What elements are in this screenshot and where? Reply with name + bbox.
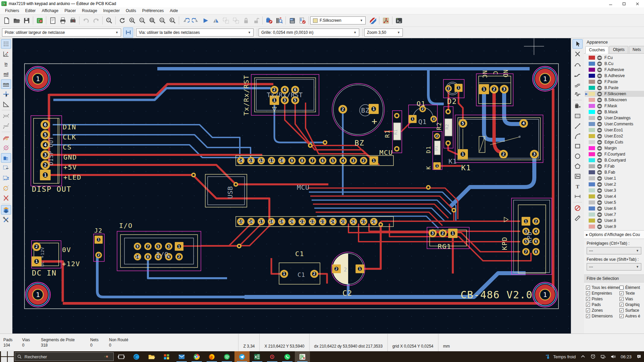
start-button[interactable] <box>0 351 15 362</box>
checkbox[interactable]: ✓ <box>586 303 590 307</box>
close-button[interactable] <box>631 0 644 7</box>
viewports-select[interactable]: ---▼ <box>587 263 641 270</box>
layer-visibility-eye-icon[interactable] <box>597 134 602 139</box>
page-settings-button[interactable] <box>48 15 58 25</box>
draw-circle-tool[interactable] <box>573 152 583 161</box>
layer-row-user-4[interactable]: User.4 <box>585 193 644 199</box>
layer-row-b-paste[interactable]: B.Paste <box>585 85 644 91</box>
place-footprint-tool[interactable] <box>573 101 583 111</box>
taskbar-app-telegram[interactable] <box>234 351 250 362</box>
layer-visibility-eye-icon[interactable] <box>597 79 602 84</box>
find-button[interactable]: A <box>104 15 114 25</box>
rotate-ccw-button[interactable] <box>180 15 191 25</box>
filter-item-zones[interactable]: ✓Zones <box>586 307 620 313</box>
taskbar-app-taskview[interactable] <box>114 351 129 362</box>
tab-objets[interactable]: Objets <box>609 46 628 53</box>
checkbox[interactable]: ✓ <box>586 291 590 295</box>
layer-row-margin[interactable]: Margin <box>585 145 644 151</box>
checkbox[interactable]: ✓ <box>620 297 624 301</box>
new-file-button[interactable] <box>1 15 11 25</box>
layer-visibility-eye-icon[interactable] <box>597 85 602 90</box>
checkbox[interactable]: ✓ <box>620 314 624 318</box>
auto-track-width-toggle[interactable] <box>123 27 133 38</box>
footprint-sketch-mode[interactable] <box>1 173 11 183</box>
search-input[interactable]: Rechercher <box>15 352 114 361</box>
taskbar-app-recorder[interactable] <box>265 351 280 362</box>
net-highlight-off[interactable] <box>1 193 11 203</box>
layer-visibility-eye-icon[interactable] <box>597 110 602 115</box>
layer-visibility-eye-icon[interactable] <box>597 170 602 175</box>
layer-row-b-fab[interactable]: B.Fab <box>585 169 644 175</box>
tray-network-icon[interactable] <box>598 351 608 362</box>
units-mm[interactable]: mm <box>1 79 11 89</box>
track-outline-mode[interactable] <box>1 133 11 142</box>
checkbox[interactable]: ✓ <box>620 308 624 312</box>
layer-row-user-8[interactable]: User.8 <box>585 218 644 224</box>
layer-visibility-eye-icon[interactable] <box>597 61 602 66</box>
properties-toggle[interactable] <box>1 215 11 225</box>
layer-row-user-eco2[interactable]: User.Eco2 <box>585 133 644 139</box>
layer-visibility-eye-icon[interactable] <box>597 67 602 72</box>
layer-manager-toggle[interactable] <box>1 205 11 215</box>
zoom-select[interactable]: Zoom 3,50▼ <box>364 28 403 37</box>
highlight-net-tool[interactable] <box>573 49 583 59</box>
footprint-editor-button[interactable] <box>264 15 274 25</box>
layer-row-f-fab[interactable]: F.Fab <box>585 163 644 169</box>
menu-preferences[interactable]: Préférences <box>139 8 167 14</box>
taskbar-app-store[interactable] <box>159 351 174 362</box>
filter-item-pistes[interactable]: ✓Pistes <box>586 296 620 302</box>
layer-row-f-paste[interactable]: F.Paste <box>585 79 644 85</box>
layer-row-user-6[interactable]: User.6 <box>585 205 644 212</box>
layer-row-b-mask[interactable]: B.Mask <box>585 109 644 115</box>
free-angle-toggle[interactable] <box>1 100 11 109</box>
layer-visibility-eye-icon[interactable] <box>597 122 602 127</box>
route-diff-pair-tool[interactable] <box>573 79 583 89</box>
presets-select[interactable]: ---▼ <box>587 247 641 254</box>
menu-affichage[interactable]: Affichage <box>39 8 61 14</box>
tune-track-tool[interactable] <box>573 89 583 99</box>
filter-item-autrese[interactable]: ✓Autres é <box>620 313 643 319</box>
filter-item-tousleselements[interactable]: ✓Tous les éléments <box>586 285 620 290</box>
measure-tool[interactable] <box>573 214 583 223</box>
track-width-select[interactable]: Piste: utiliser largeur de netclasse▼ <box>2 28 121 37</box>
grid-select[interactable]: Grille: 0,0254 mm (0,0010 in)▼ <box>259 28 359 37</box>
layer-row-b-courtyard[interactable]: B.Courtyard <box>585 157 644 163</box>
layer-presets-button[interactable] <box>368 15 378 25</box>
dimension-tool[interactable] <box>573 192 583 201</box>
draw-line-tool[interactable] <box>573 121 583 131</box>
pcb-canvas[interactable]: 6543212461351413121110987654321151617181… <box>12 38 571 334</box>
filter-item-vias[interactable]: ✓Vias <box>620 296 643 302</box>
zoom-selection-button[interactable] <box>167 15 177 25</box>
taskbar-app-whatsapp[interactable] <box>280 351 295 362</box>
zoom-objects-button[interactable] <box>157 15 167 25</box>
footprint-mode[interactable] <box>1 153 11 163</box>
net-inspector-button[interactable]: NET <box>287 15 297 25</box>
units-mils[interactable]: mil <box>1 69 11 79</box>
place-text-tool[interactable]: T <box>573 182 583 191</box>
layer-visibility-eye-icon[interactable] <box>597 212 602 217</box>
checkbox[interactable]: ✓ <box>586 308 590 312</box>
layer-visibility-eye-icon[interactable] <box>597 128 602 133</box>
select-tool[interactable] <box>573 39 583 49</box>
weather-widget[interactable]: Temps froid <box>543 351 578 362</box>
layer-visibility-eye-icon[interactable] <box>597 92 602 97</box>
layer-row-user-1[interactable]: User.1 <box>585 175 644 181</box>
layer-visibility-eye-icon[interactable] <box>597 116 602 121</box>
tray-expand-chevron[interactable] <box>578 351 588 362</box>
layer-row-b-silkscreen[interactable]: B.Silkscreen <box>585 97 644 103</box>
checkbox[interactable] <box>620 286 624 290</box>
rotate-cw-button[interactable] <box>191 15 201 25</box>
layer-row-f-mask[interactable]: F.Mask <box>585 103 644 109</box>
layer-row-user-5[interactable]: User.5 <box>585 199 644 205</box>
cursor-shape-toggle[interactable] <box>1 89 11 99</box>
layer-row-user-7[interactable]: User.7 <box>585 212 644 218</box>
zone-display-mode[interactable] <box>1 183 11 193</box>
layer-row-f-cu[interactable]: F.Cu <box>585 55 644 61</box>
mirror-view-button[interactable] <box>211 15 221 25</box>
layer-row-f-adhesive[interactable]: F.Adhesive <box>585 67 644 73</box>
layer-visibility-eye-icon[interactable] <box>597 164 602 169</box>
zoom-out-button[interactable] <box>137 15 147 25</box>
menu-routage[interactable]: Routage <box>79 8 100 14</box>
layer-row-edge-cuts[interactable]: Edge.Cuts <box>585 139 644 145</box>
checkbox[interactable]: ✓ <box>586 286 590 290</box>
